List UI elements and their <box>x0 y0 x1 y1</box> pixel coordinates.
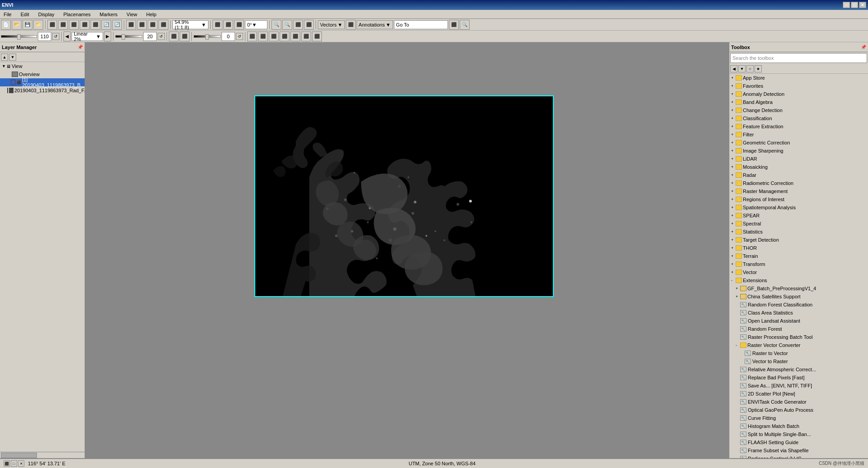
brightness-reset[interactable]: ↺ <box>52 33 59 40</box>
maximize-button[interactable]: □ <box>851 2 858 8</box>
hscroll-thumb[interactable] <box>1 453 37 458</box>
tool-i[interactable]: ⬛ <box>312 32 322 41</box>
tree-item-layer1[interactable]: ⬛ [1] 20190403_1119863973_B... <box>0 78 85 86</box>
toolbox-item-rasterbatch[interactable]: 🔧 Raster Processing Batch Tool <box>729 333 868 341</box>
vectors-dropdown[interactable]: Vectors ▼ <box>318 20 345 29</box>
canvas-area[interactable] <box>86 42 728 458</box>
toolbox-item-replacebad[interactable]: 🔧 Replace Bad Pixels [Fast] <box>729 374 868 382</box>
zoom-fit[interactable]: ⬛ <box>293 20 303 30</box>
tool-9[interactable]: ⬛ <box>137 20 147 30</box>
toolbox-item-thor[interactable]: + THOR <box>729 244 868 252</box>
contrast-slider[interactable] <box>115 35 142 38</box>
toolbox-item-rf[interactable]: 🔧 Random Forest <box>729 325 868 333</box>
contrast-reset[interactable]: ↺ <box>158 33 165 40</box>
toolbox-item-framesubset[interactable]: 🔧 Frame Subset via Shapefile <box>729 446 868 454</box>
nav-1[interactable]: ⬛ <box>212 20 222 30</box>
save-button[interactable]: 💾 <box>23 20 32 30</box>
toolbox-item-scatter[interactable]: 🔧 2D Scatter Plot [New] <box>729 390 868 398</box>
toolbox-item-targetdetect[interactable]: + Target Detection <box>729 236 868 244</box>
tool-4[interactable]: ⬛ <box>80 20 90 30</box>
nav-3[interactable]: ⬛ <box>234 20 244 30</box>
tool-d[interactable]: ⬛ <box>258 32 268 41</box>
new-button[interactable]: 📄 <box>1 20 11 30</box>
toolbox-item-landsat[interactable]: 🔧 Open Landsat Assistant <box>729 317 868 325</box>
toolbox-item-rvc[interactable]: - Raster Vector Converter <box>729 341 868 349</box>
panel-pin-icon[interactable]: 📌 <box>77 45 83 50</box>
tool-5[interactable]: ⬛ <box>90 20 100 30</box>
toolbox-item-vector[interactable]: + Vector <box>729 268 868 276</box>
toolbox-item-optical[interactable]: 🔧 Optical GaoPen Auto Process <box>729 406 868 414</box>
menu-view[interactable]: View <box>125 11 139 18</box>
toolbox-item-favorites[interactable]: + Favorites <box>729 82 868 90</box>
toolbox-item-anomaly[interactable]: + Anomaly Detection <box>729 90 868 98</box>
toolbox-item-filter[interactable]: + Filter <box>729 130 868 139</box>
toolbox-item-statistics[interactable]: + Statistics <box>729 228 868 236</box>
toolbox-item-bandalgebra[interactable]: + Band Algebra <box>729 98 868 106</box>
toolbox-item-imagesharp[interactable]: + Image Sharpening <box>729 147 868 155</box>
toolbox-item-roi[interactable]: + Regions of Interest <box>729 195 868 203</box>
toolbox-item-flaash[interactable]: 🔧 FLAASH Setting Guide <box>729 438 868 446</box>
stretch-more[interactable]: ▶ <box>104 32 111 41</box>
search-btn[interactable]: 🔍 <box>460 20 470 30</box>
open-file-button[interactable]: 📁 <box>33 20 43 30</box>
close-button[interactable]: ✕ <box>859 2 866 8</box>
toolbox-item-rastermgmt[interactable]: + Raster Management <box>729 187 868 195</box>
toolbox-item-spear[interactable]: + SPEAR <box>729 212 868 220</box>
tool-a[interactable]: ⬛ <box>169 32 179 41</box>
menu-display[interactable]: Display <box>36 11 56 18</box>
tool-f[interactable]: ⬛ <box>280 32 289 41</box>
toolbox-item-spatiotemporal[interactable]: + Spatiotemporal Analysis <box>729 203 868 212</box>
stretch-dropdown[interactable]: Linear 2%▼ <box>72 32 103 41</box>
toolbox-item-changedetect[interactable]: + Change Detection <box>729 106 868 114</box>
tool-c[interactable]: ⬛ <box>247 32 257 41</box>
search-toolbox-box[interactable]: Search the toolbox <box>730 53 867 63</box>
bookmark-btn[interactable]: ⬛ <box>449 20 459 30</box>
layer-hscrollbar[interactable] <box>0 452 85 458</box>
toolbox-item-envitask[interactable]: 🔧 ENVITask Code Generator <box>729 398 868 406</box>
tool-e[interactable]: ⬛ <box>269 32 279 41</box>
toolbox-item-featureextract[interactable]: + Feature Extraction <box>729 122 868 130</box>
stretch-less[interactable]: ◀ <box>63 32 71 41</box>
open-button[interactable]: 📂 <box>12 20 22 30</box>
toolbox-item-terrain[interactable]: + Terrain <box>729 252 868 260</box>
menu-edit[interactable]: Edit <box>19 11 31 18</box>
zoom-in-btn[interactable]: 🔍 <box>282 20 292 30</box>
toolbox-item-vector2raster[interactable]: 🔧 Vector to Raster <box>729 357 868 365</box>
toolbox-item-classification[interactable]: + Classification <box>729 114 868 122</box>
toolbox-item-lidar[interactable]: + LiDAR <box>729 155 868 163</box>
toolbox-item-radar[interactable]: + Radar <box>729 171 868 179</box>
toolbox-item-rfclass[interactable]: 🔧 Random Forest Classification <box>729 301 868 309</box>
minimize-button[interactable]: ─ <box>843 2 850 8</box>
toolbox-item-classarea[interactable]: 🔧 Class Area Statistics <box>729 309 868 317</box>
toolbox-item-extensions[interactable]: - Extensions <box>729 276 868 284</box>
toolbox-item-relatm[interactable]: 🔧 Relative Atmospheric Correct... <box>729 365 868 374</box>
zoom-out-btn[interactable]: 🔍 <box>271 20 281 30</box>
menu-markers[interactable]: Markers <box>98 11 119 18</box>
menu-help[interactable]: Help <box>145 11 158 18</box>
brightness-slider[interactable] <box>1 35 37 38</box>
toolbox-fwd[interactable]: ▼ <box>738 65 746 72</box>
tool-1[interactable]: ⬛ <box>47 20 57 30</box>
toolbox-item-geocorrect[interactable]: + Geometric Correction <box>729 139 868 147</box>
expand-view[interactable]: ▼ <box>2 64 6 68</box>
layer-up[interactable]: ▲ <box>1 54 8 61</box>
annotations-dropdown[interactable]: Annotations ▼ <box>357 20 393 29</box>
gamma-slider[interactable] <box>194 35 221 38</box>
tool-h[interactable]: ⬛ <box>301 32 311 41</box>
toolbox-back[interactable]: ◀ <box>730 65 737 72</box>
toolbox-pin-icon[interactable]: 📌 <box>861 45 866 50</box>
tool-2[interactable]: ⬛ <box>58 20 68 30</box>
toolbox-star[interactable]: ☆ <box>746 65 754 72</box>
toolbox-item-radiometric[interactable]: + Radiometric Correction <box>729 179 868 187</box>
toolbox-item-chinasatellites[interactable]: + China Satellites Support <box>729 292 868 301</box>
goto-field[interactable]: Go To <box>394 20 448 29</box>
rotation-field[interactable]: 0°▼ <box>245 20 267 29</box>
toolbox-item-saveas[interactable]: 🔧 Save As... [ENVI, NITF, TIFF] <box>729 382 868 390</box>
vectors-add[interactable]: ⬛ <box>346 20 356 30</box>
toolbox-item-appstore[interactable]: + App Store <box>729 74 868 82</box>
toolbox-item-gfbatch[interactable]: + GF_Batch_PreProcessingV1_4 <box>729 284 868 292</box>
gamma-value[interactable]: 0 <box>222 32 235 41</box>
nav-2[interactable]: ⬛ <box>223 20 233 30</box>
menu-file[interactable]: File <box>2 11 14 18</box>
toolbox-item-raster2vector[interactable]: 🔧 Raster to Vector <box>729 349 868 357</box>
